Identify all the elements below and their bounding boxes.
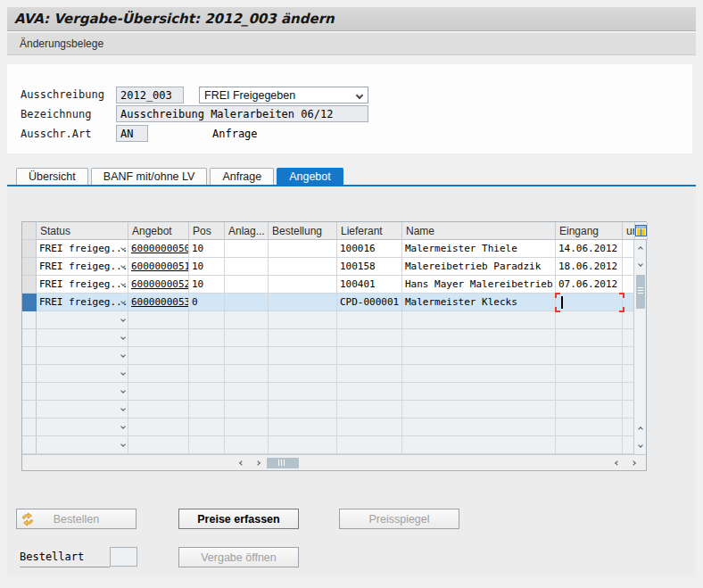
- vergabe-oeffnen-button[interactable]: Vergabe öffnen: [178, 547, 299, 567]
- cell-status-dropdown[interactable]: FREI freigeg...: [37, 276, 128, 294]
- horizontal-scrollbar[interactable]: [22, 454, 646, 470]
- cell-lieferant[interactable]: 100158: [337, 258, 402, 276]
- cell-lieferant[interactable]: CPD-000001: [337, 294, 402, 311]
- cell-eingang[interactable]: 14.06.2012: [556, 240, 623, 258]
- table-settings-button[interactable]: [635, 222, 648, 240]
- table-row-empty: [22, 365, 646, 383]
- scroll-left-button-far[interactable]: [610, 455, 624, 470]
- cell-angebot-link[interactable]: 6000000053: [128, 294, 189, 311]
- cell-pos[interactable]: 10: [189, 276, 225, 294]
- chevron-down-icon: [120, 370, 126, 376]
- cell-anlage[interactable]: [225, 294, 269, 311]
- cell-lieferant[interactable]: 100401: [337, 276, 402, 294]
- row-selector[interactable]: [22, 436, 37, 454]
- row-selector[interactable]: [22, 329, 37, 347]
- header-angebot[interactable]: Angebot: [128, 222, 189, 240]
- tab-angebot[interactable]: Angebot: [277, 168, 343, 185]
- cell-angebot-link[interactable]: 6000000050: [128, 240, 189, 258]
- window-title-bar: AVA: Vergabe-Übersicht: 2012_003 ändern: [7, 7, 696, 31]
- bezeichnung-field[interactable]: Ausschreibung Malerarbeiten 06/12: [116, 105, 368, 122]
- tab-banf-mit-ohne-lv[interactable]: BANF mit/ohne LV: [91, 168, 208, 185]
- table-row-empty: [22, 311, 646, 329]
- scroll-down-button-bottom[interactable]: [634, 438, 647, 452]
- cell-eingang[interactable]: 07.06.2012: [556, 276, 623, 294]
- row-selector[interactable]: [22, 258, 37, 276]
- cell-name[interactable]: Malermeister Klecks: [402, 294, 556, 311]
- scroll-up-button-bottom[interactable]: [634, 422, 647, 436]
- cell-status-dropdown[interactable]: FREI freigeg...: [37, 258, 128, 276]
- chevron-down-icon: [120, 352, 126, 358]
- cell-bestellung[interactable]: [269, 276, 337, 294]
- row-selector[interactable]: [22, 401, 37, 418]
- header-status[interactable]: Status: [37, 222, 128, 240]
- vertical-scrollbar[interactable]: [633, 240, 646, 454]
- cell-eingang[interactable]: 18.06.2012: [556, 258, 623, 276]
- row-selector[interactable]: [22, 418, 37, 436]
- preise-erfassen-button[interactable]: Preise erfassen: [178, 509, 299, 529]
- ausschreibung-field[interactable]: 2012_003: [116, 87, 184, 104]
- vertical-scrollbar-thumb[interactable]: [636, 275, 645, 309]
- tab-anfrage[interactable]: Anfrage: [210, 168, 274, 185]
- header-anlage[interactable]: Anlag...: [225, 222, 269, 240]
- horizontal-scrollbar-thumb[interactable]: [267, 458, 299, 468]
- row-selector[interactable]: [22, 240, 37, 258]
- cell-angebot-link[interactable]: 6000000052: [128, 276, 189, 294]
- table-grid-icon: [635, 225, 647, 236]
- toolbar-item-aenderungsbelege[interactable]: Änderungsbelege: [14, 36, 109, 52]
- cell-pos[interactable]: 10: [189, 258, 225, 276]
- cell-name[interactable]: Malereibetrieb Paradzik: [402, 258, 556, 276]
- cell-status-dropdown[interactable]: [37, 365, 128, 383]
- cell-anlage[interactable]: [225, 276, 269, 294]
- scroll-up-button[interactable]: [634, 242, 647, 256]
- row-selector[interactable]: [22, 311, 37, 329]
- cell-status-dropdown[interactable]: [37, 401, 128, 418]
- cell-status-dropdown[interactable]: FREI freigeg...: [37, 240, 128, 258]
- cell-status-dropdown[interactable]: [37, 311, 128, 329]
- header-name[interactable]: Name: [402, 222, 556, 240]
- scroll-left-button[interactable]: [235, 455, 249, 470]
- ausschr-art-field[interactable]: AN: [116, 125, 148, 142]
- cell-status-dropdown[interactable]: [37, 418, 128, 436]
- scroll-down-button[interactable]: [634, 257, 647, 271]
- cell-anlage[interactable]: [225, 258, 269, 276]
- bestellart-input[interactable]: [110, 547, 137, 567]
- chevron-down-icon: [120, 406, 126, 411]
- cell-status-dropdown[interactable]: [37, 329, 128, 347]
- scroll-right-button[interactable]: [251, 455, 265, 470]
- cell-status-dropdown[interactable]: [37, 436, 128, 454]
- cell-bestellung[interactable]: [269, 240, 337, 258]
- row-selector[interactable]: [22, 347, 37, 365]
- scroll-right-button-far[interactable]: [626, 455, 641, 470]
- cell-status-dropdown[interactable]: [37, 383, 128, 401]
- row-selector[interactable]: [22, 276, 37, 294]
- status-dropdown[interactable]: FREI Freigegeben: [199, 87, 368, 104]
- tab-uebersicht[interactable]: Übersicht: [16, 168, 88, 185]
- cell-name[interactable]: Hans Mayer Malereibetrieb: [402, 276, 556, 294]
- preisspiegel-button[interactable]: Preisspiegel: [339, 509, 459, 529]
- bestellen-button[interactable]: Bestellen: [16, 509, 136, 529]
- chevron-down-icon: [120, 335, 126, 340]
- cell-anlage[interactable]: [225, 240, 269, 258]
- cell-eingang-focused[interactable]: [556, 294, 623, 311]
- header-lieferant[interactable]: Lieferant: [337, 222, 402, 240]
- cell-angebot-link[interactable]: 6000000051: [128, 258, 189, 276]
- row-selector-selected[interactable]: [22, 294, 37, 311]
- table-row: FREI freigeg... 6000000051 10 100158 Mal…: [22, 258, 646, 276]
- header-un[interactable]: un: [623, 222, 635, 240]
- header-pos[interactable]: Pos: [189, 222, 225, 240]
- cell-pos[interactable]: 10: [189, 240, 225, 258]
- cell-pos[interactable]: 0: [189, 294, 225, 311]
- cell-status-dropdown[interactable]: [37, 347, 128, 365]
- cell-status-dropdown[interactable]: FREI freigeg...: [37, 294, 128, 311]
- row-selector[interactable]: [22, 365, 37, 383]
- chevron-right-icon: [631, 460, 636, 466]
- row-selector[interactable]: [22, 383, 37, 401]
- chevron-up-icon: [638, 427, 643, 432]
- header-eingang[interactable]: Eingang: [556, 222, 623, 240]
- chevron-down-icon: [638, 261, 643, 267]
- cell-bestellung[interactable]: [269, 258, 337, 276]
- cell-name[interactable]: Malermeister Thiele: [402, 240, 556, 258]
- cell-lieferant[interactable]: 100016: [337, 240, 402, 258]
- cell-bestellung[interactable]: [269, 294, 337, 311]
- header-bestellung[interactable]: Bestellung: [269, 222, 337, 240]
